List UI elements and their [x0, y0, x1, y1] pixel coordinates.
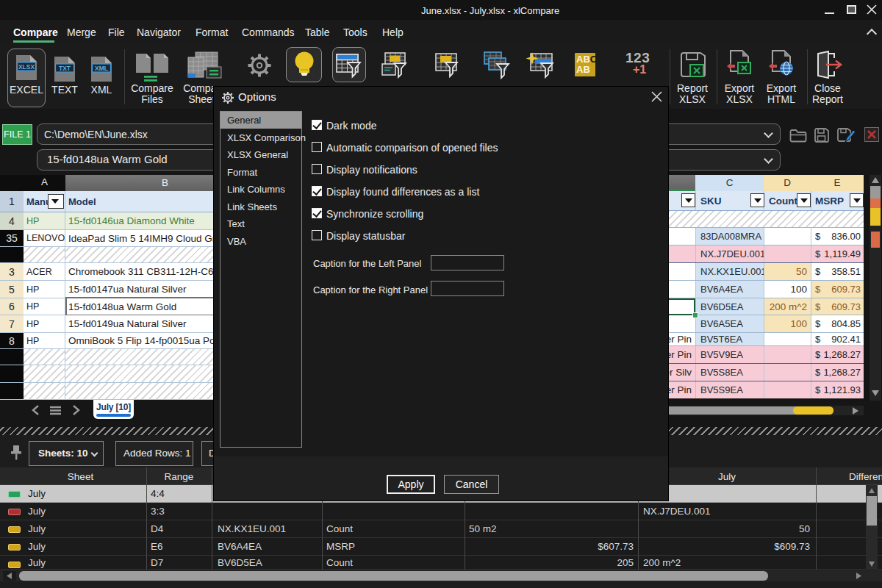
svg-text:TXT: TXT: [59, 65, 71, 72]
svg-text:XML: XML: [95, 65, 108, 72]
svg-text:XLSX: XLSX: [18, 63, 35, 71]
